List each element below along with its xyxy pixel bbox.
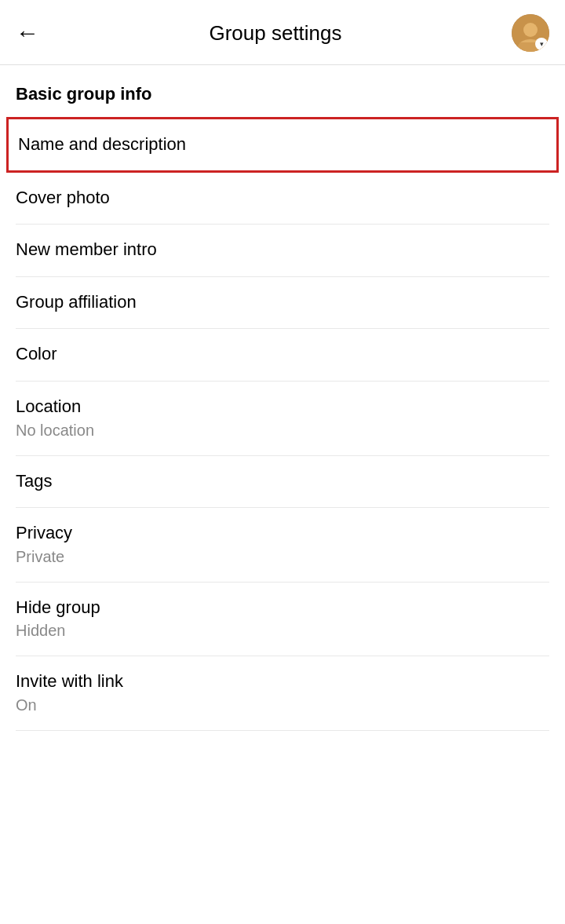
menu-item-label-new-member-intro: New member intro	[16, 239, 549, 261]
menu-item-invite-with-link[interactable]: Invite with linkOn	[16, 656, 549, 730]
menu-item-label-invite-with-link: Invite with link	[16, 670, 549, 693]
back-button[interactable]: ←	[16, 21, 39, 45]
menu-item-tags[interactable]: Tags	[16, 456, 549, 508]
menu-item-sublabel-privacy: Private	[16, 546, 549, 567]
header: ← Group settings ▾	[0, 0, 565, 65]
menu-item-new-member-intro[interactable]: New member intro	[16, 225, 549, 276]
menu-item-sublabel-invite-with-link: On	[16, 695, 549, 715]
menu-item-label-color: Color	[16, 343, 549, 366]
menu-item-cover-photo[interactable]: Cover photo	[16, 173, 549, 225]
content-area: Basic group info Name and descriptionCov…	[0, 65, 565, 731]
menu-item-group-affiliation[interactable]: Group affiliation	[16, 277, 549, 329]
page-title: Group settings	[39, 21, 512, 46]
menu-item-label-hide-group: Hide group	[16, 597, 549, 619]
menu-item-label-privacy: Privacy	[16, 522, 549, 545]
divider	[16, 730, 549, 731]
menu-item-location[interactable]: LocationNo location	[16, 382, 549, 455]
svg-point-1	[523, 23, 538, 37]
menu-item-label-location: Location	[16, 396, 549, 418]
menu-item-label-name-description: Name and description	[18, 133, 547, 156]
menu-item-hide-group[interactable]: Hide groupHidden	[16, 583, 549, 656]
menu-item-label-tags: Tags	[16, 470, 549, 493]
menu-item-name-description[interactable]: Name and description	[6, 117, 559, 173]
menu-item-privacy[interactable]: PrivacyPrivate	[16, 508, 549, 582]
avatar-chevron-icon: ▾	[535, 38, 548, 50]
menu-item-sublabel-hide-group: Hidden	[16, 620, 549, 641]
menu-item-sublabel-location: No location	[16, 420, 549, 440]
avatar[interactable]: ▾	[512, 14, 549, 52]
menu-item-label-group-affiliation: Group affiliation	[16, 291, 549, 314]
menu-item-color[interactable]: Color	[16, 329, 549, 381]
menu-item-label-cover-photo: Cover photo	[16, 187, 549, 210]
section-heading: Basic group info	[16, 65, 549, 117]
menu-list: Name and descriptionCover photoNew membe…	[16, 117, 549, 731]
